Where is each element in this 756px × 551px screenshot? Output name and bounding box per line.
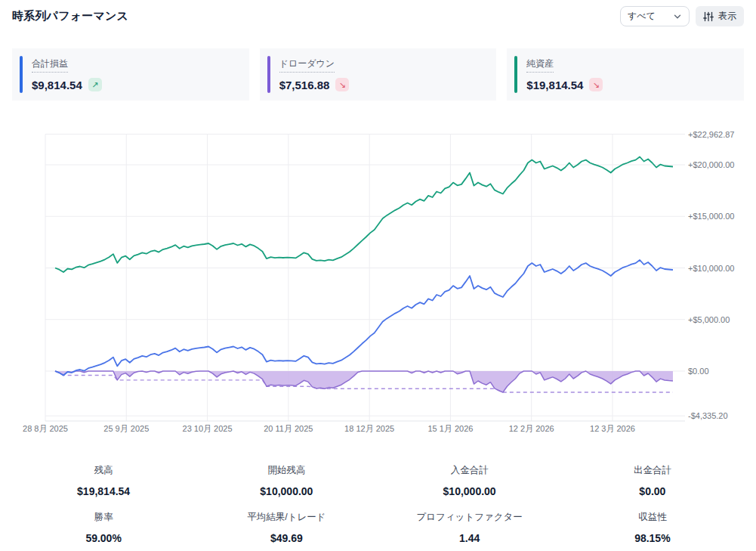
summary-grid: 残高 $19,814.54 開始残高 $10,000.00 入金合計 $10,0… [12, 458, 744, 551]
svg-text:+$15,000.00: +$15,000.00 [688, 212, 734, 221]
stat-card-net-assets: 純資産 $19,814.54 ↘ [507, 48, 744, 101]
svg-text:+$5,000.00: +$5,000.00 [688, 315, 730, 324]
header-controls: すべて 表示 [620, 6, 744, 26]
summary-label: 平均結果/トレード [195, 511, 378, 524]
sliders-icon [703, 11, 714, 22]
summary-profit-factor: プロフィットファクター 1.44 [378, 505, 561, 551]
page-title: 時系列パフォーマンス [12, 9, 128, 23]
stat-card-label[interactable]: ドローダウン [279, 57, 335, 73]
stat-card-total-pnl: 合計損益 $9,814.54 ↗ [12, 48, 249, 101]
svg-text:+$22,962.87: +$22,962.87 [688, 130, 734, 139]
display-button-label: 表示 [718, 10, 736, 23]
svg-text:28 8月 2025: 28 8月 2025 [23, 424, 68, 433]
display-button[interactable]: 表示 [696, 6, 744, 26]
svg-text:25 9月 2025: 25 9月 2025 [103, 424, 149, 433]
summary-balance: 残高 $19,814.54 [12, 458, 195, 505]
summary-label: 入金合計 [378, 464, 561, 477]
stat-card-drawdown: ドローダウン $7,516.88 ↘ [260, 48, 497, 101]
stat-card-label[interactable]: 純資産 [526, 57, 554, 73]
summary-total-withdrawals: 出金合計 $0.00 [561, 458, 744, 505]
stat-card-value: $7,516.88 [279, 79, 330, 91]
svg-text:23 10月 2025: 23 10月 2025 [183, 424, 233, 433]
svg-text:15 1月 2026: 15 1月 2026 [427, 424, 473, 433]
chevron-down-icon [673, 12, 682, 21]
summary-label: 開始残高 [195, 464, 378, 477]
summary-avg-result-per-trade: 平均結果/トレード $49.69 [195, 505, 378, 551]
summary-starting-balance: 開始残高 $10,000.00 [195, 458, 378, 505]
svg-text:$0.00: $0.00 [688, 367, 709, 376]
svg-text:20 11月 2025: 20 11月 2025 [264, 424, 313, 433]
summary-value: $10,000.00 [378, 485, 561, 497]
svg-text:12 2月 2026: 12 2月 2026 [509, 424, 554, 433]
summary-value: 98.15% [561, 532, 744, 544]
svg-text:18 12月 2025: 18 12月 2025 [344, 424, 394, 433]
stat-card-label[interactable]: 合計損益 [32, 57, 68, 73]
summary-value: $19,814.54 [12, 485, 195, 497]
svg-text:+$10,000.00: +$10,000.00 [688, 264, 734, 273]
summary-value: $49.69 [195, 532, 378, 544]
trend-down-icon: ↘ [335, 78, 349, 91]
svg-text:-$4,335.20: -$4,335.20 [688, 411, 728, 420]
performance-chart[interactable]: 28 8月 202525 9月 202523 10月 202520 11月 20… [0, 122, 756, 440]
period-filter-select[interactable]: すべて [620, 6, 690, 26]
stat-card-value: $19,814.54 [526, 79, 583, 91]
svg-text:12 3月 2026: 12 3月 2026 [590, 424, 635, 433]
summary-label: 収益性 [561, 511, 744, 524]
summary-total-deposits: 入金合計 $10,000.00 [378, 458, 561, 505]
summary-label: 出金合計 [561, 464, 744, 477]
trend-up-icon: ↗ [88, 78, 102, 91]
summary-value: 1.44 [378, 532, 561, 544]
summary-value: $10,000.00 [195, 485, 378, 497]
summary-value: $0.00 [561, 485, 744, 497]
stat-card-value: $9,814.54 [32, 79, 82, 91]
summary-label: 勝率 [12, 511, 195, 524]
trend-down-icon: ↘ [589, 78, 603, 91]
summary-win-rate: 勝率 59.00% [12, 505, 195, 551]
svg-text:+$20,000.00: +$20,000.00 [688, 160, 734, 169]
period-filter-value: すべて [628, 10, 656, 23]
stat-cards: 合計損益 $9,814.54 ↗ ドローダウン $7,516.88 ↘ 純資産 … [12, 48, 744, 101]
summary-value: 59.00% [12, 532, 195, 544]
summary-label: 残高 [12, 464, 195, 477]
summary-profitability: 収益性 98.15% [561, 505, 744, 551]
summary-label: プロフィットファクター [378, 511, 561, 524]
